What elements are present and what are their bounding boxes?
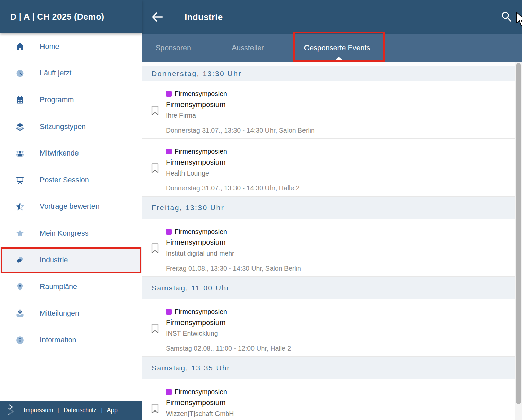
section-header: Freitag, 13:30 Uhr (142, 197, 515, 219)
info-icon (16, 336, 24, 345)
event-card[interactable]: FirmensymposienFirmensymposiumIhre Firma… (142, 81, 515, 139)
sidebar-item-mitwirkende[interactable]: Mitwirkende (0, 140, 142, 167)
clock-icon (16, 69, 24, 78)
people-icon (16, 149, 24, 158)
sidebar-item-home[interactable]: Home (0, 33, 142, 60)
sidebar-item-information[interactable]: Information (0, 327, 142, 354)
footer-link-impressum[interactable]: Impressum (24, 407, 53, 414)
footer-link-app[interactable]: App (107, 407, 118, 414)
mouse-cursor (516, 12, 522, 29)
sidebar-divider (142, 0, 142, 420)
inbox-download-icon (16, 309, 24, 318)
event-tag-label: Firmensymposien (175, 90, 227, 98)
star-icon (16, 229, 24, 238)
event-card[interactable]: FirmensymposienFirmensymposiumINST Entwi… (142, 299, 515, 357)
sidebar-item-programm[interactable]: Programm (0, 87, 142, 113)
content-top-gap (142, 62, 515, 66)
app-logo-icon (7, 404, 19, 417)
event-tag-label: Firmensymposien (175, 148, 227, 156)
event-meta: Donnerstag 31.07., 13:30 - 14:30 Uhr, Sa… (166, 127, 315, 134)
tab-sponsoren[interactable]: Sponsoren (156, 44, 191, 52)
event-tag: Firmensymposien (166, 90, 227, 98)
search-icon[interactable] (501, 11, 512, 23)
star-half-icon (16, 202, 24, 211)
sidebar-item-vortraege-bewerten[interactable]: Vorträge bewerten (0, 194, 142, 220)
event-tag: Firmensymposien (166, 388, 227, 396)
scrollbar-track[interactable] (515, 62, 522, 420)
tab-aussteller[interactable]: Aussteller (232, 44, 264, 52)
sidebar-item-industrie[interactable]: Industrie (0, 247, 142, 274)
tag-color-swatch (166, 229, 172, 235)
tab-bar: SponsorenAusstellerGesponserte Events (142, 34, 522, 62)
event-meta: Donnerstag 31.07., 13:30 - 14:30 Uhr, Ha… (166, 184, 300, 192)
sidebar-item-label: Vorträge bewerten (40, 202, 100, 211)
sidebar-header: D | A | CH 2025 (Demo) (0, 0, 142, 33)
bookmark-icon[interactable] (151, 163, 159, 174)
footer-link-separator: | (101, 407, 102, 414)
sidebar-item-raumplaene[interactable]: Raumpläne (0, 273, 142, 300)
sidebar-nav: HomeLäuft jetztProgrammSitzungstypenMitw… (0, 33, 142, 401)
sidebar-item-label: Programm (40, 96, 74, 104)
section-header: Donnerstag, 13:30 Uhr (142, 66, 515, 81)
footer-link-separator: | (58, 407, 59, 414)
event-title: Firmensymposium (166, 158, 226, 167)
sidebar-item-label: Raumpläne (40, 282, 77, 291)
sidebar-item-poster-session[interactable]: Poster Session (0, 167, 142, 194)
layers-icon (16, 122, 24, 131)
presentation-board-icon (16, 176, 24, 184)
home-icon (16, 42, 24, 51)
event-meta: Samstag 02.08., 11:00 - 12:00 Uhr, Halle… (166, 345, 291, 352)
bookmark-icon[interactable] (151, 106, 159, 116)
event-tag: Firmensymposien (166, 228, 227, 236)
bookmark-icon[interactable] (151, 404, 159, 414)
event-tag-label: Firmensymposien (175, 388, 227, 396)
back-button[interactable] (150, 10, 164, 24)
sidebar-item-sitzungstypen[interactable]: Sitzungstypen (0, 113, 142, 140)
sidebar-item-label: Sitzungstypen (40, 123, 86, 131)
sidebar-item-mein-kongress[interactable]: Mein Kongress (0, 220, 142, 247)
event-subtitle: INST Entwicklung (166, 330, 218, 337)
app-title: D | A | CH 2025 (Demo) (10, 12, 104, 22)
tab-gesponserte-events[interactable]: Gesponserte Events (304, 44, 370, 52)
handshake-icon (16, 256, 24, 264)
event-card[interactable]: FirmensymposienFirmensymposiumInstitut d… (142, 219, 515, 277)
active-tab-indicator (333, 57, 345, 62)
tag-color-swatch (166, 309, 172, 315)
event-title: Firmensymposium (166, 318, 226, 327)
main-topbar: Industrie (142, 0, 522, 34)
sidebar-item-label: Mitteilungen (40, 309, 79, 318)
sidebar: D | A | CH 2025 (Demo) HomeLäuft jetztPr… (0, 0, 142, 420)
tag-color-swatch (166, 389, 172, 395)
event-subtitle: Wizzen[T]schaft GmbH (166, 410, 234, 418)
sidebar-item-laeuft-jetzt[interactable]: Läuft jetzt (0, 60, 142, 87)
event-meta: Freitag 01.08., 13:30 - 14:30 Uhr, Salon… (166, 264, 301, 272)
event-subtitle: Institut digital und mehr (166, 250, 234, 257)
calendar-icon (16, 95, 24, 104)
section-header: Samstag, 13:35 Uhr (142, 357, 515, 379)
scrollbar-thumb[interactable] (516, 63, 521, 404)
tag-color-swatch (166, 149, 172, 154)
section-header: Samstag, 11:00 Uhr (142, 277, 515, 299)
bookmark-icon[interactable] (151, 243, 159, 254)
event-title: Firmensymposium (166, 238, 226, 247)
sidebar-item-label: Information (40, 336, 76, 344)
footer-link-datenschutz[interactable]: Datenschutz (64, 407, 97, 414)
bookmark-icon[interactable] (151, 324, 159, 334)
page-title: Industrie (185, 12, 223, 22)
event-title: Firmensymposium (166, 101, 226, 109)
event-card[interactable]: FirmensymposienFirmensymposiumHealth Lou… (142, 139, 515, 197)
sidebar-item-label: Industrie (40, 256, 68, 264)
sidebar-item-label: Home (40, 42, 59, 51)
event-tag: Firmensymposien (166, 308, 227, 316)
event-subtitle: Health Lounge (166, 169, 209, 177)
sidebar-item-label: Läuft jetzt (40, 69, 71, 77)
event-card[interactable]: FirmensymposienFirmensymposiumWizzen[T]s… (142, 379, 515, 420)
footer-links: Impressum|Datenschutz|App (24, 407, 118, 414)
event-tag-label: Firmensymposien (175, 308, 227, 316)
sidebar-item-label: Mein Kongress (40, 229, 88, 238)
event-subtitle: Ihre Firma (166, 112, 196, 120)
event-title: Firmensymposium (166, 399, 226, 407)
event-tag-label: Firmensymposien (175, 228, 227, 236)
sidebar-item-mitteilungen[interactable]: Mitteilungen (0, 300, 142, 327)
map-pin-icon (16, 282, 24, 291)
